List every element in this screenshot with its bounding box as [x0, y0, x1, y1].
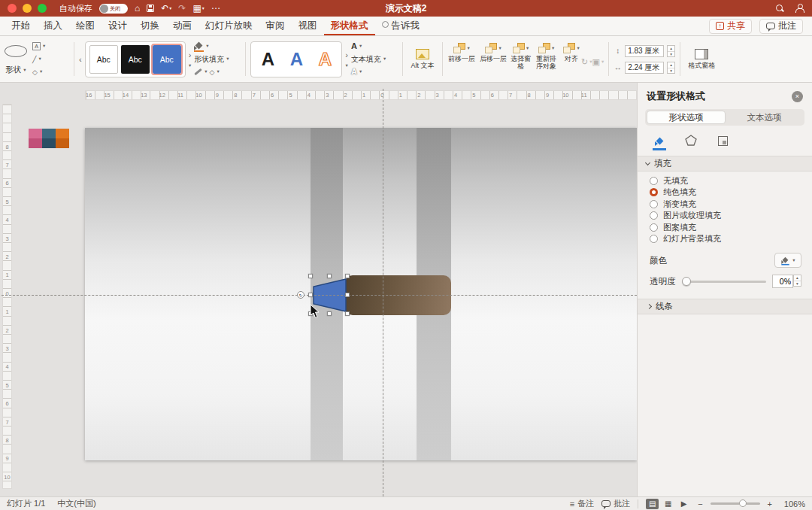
save-icon[interactable]	[147, 5, 154, 12]
vertical-guide-line[interactable]	[383, 89, 383, 496]
ribbon-tab[interactable]: 切换	[134, 17, 166, 35]
zoom-out-icon[interactable]: −	[698, 499, 702, 508]
slideshow-view-button[interactable]: ▶	[677, 499, 690, 509]
shape-fill-button[interactable]: 形状填充▾	[194, 54, 241, 65]
gallery-prev-icon[interactable]: ‹	[79, 55, 82, 64]
undo-caret-icon[interactable]: ▾	[169, 0, 171, 17]
notes-button[interactable]: ≡备注	[570, 498, 594, 509]
selection-handle-middle-left[interactable]	[308, 293, 313, 297]
shape-style-preset[interactable]: Abc	[121, 45, 150, 74]
alt-text-button[interactable]: Alt 文本	[408, 40, 438, 78]
fill-option[interactable]: 图案填充	[650, 223, 812, 232]
gallery-expand-icon[interactable]: ▾	[189, 63, 191, 68]
panel-tab[interactable]: 形状选项	[647, 111, 726, 124]
normal-view-button[interactable]: ▤	[646, 499, 659, 509]
ribbon-tab[interactable]: 幻灯片放映	[198, 17, 259, 35]
ribbon-tab[interactable]: 告诉我	[375, 17, 427, 35]
start-slideshow-button[interactable]: ▦▾	[192, 0, 204, 17]
color-picker-button[interactable]: ▾	[774, 253, 801, 268]
slider-knob[interactable]	[682, 277, 691, 286]
search-icon[interactable]	[775, 4, 784, 13]
shape-width-input[interactable]	[625, 62, 664, 74]
height-stepper[interactable]: ▴▾	[667, 45, 675, 57]
vertical-ruler[interactable]: 87654321012345678910	[2, 104, 12, 489]
fill-option[interactable]: 无填充	[650, 177, 812, 185]
ribbon-tab[interactable]: 视图	[292, 17, 324, 35]
color-swatch-object[interactable]	[29, 129, 69, 148]
zoom-slider[interactable]	[710, 502, 760, 505]
format-pane-button[interactable]: 格式窗格	[685, 40, 718, 78]
transparency-value-input[interactable]	[772, 275, 793, 288]
slide-canvas[interactable]: ↻	[85, 128, 637, 460]
arrange-button[interactable]: ▾ 前移一层	[447, 40, 476, 62]
wordart-preset[interactable]: A	[283, 44, 309, 74]
line-section-header[interactable]: 线条	[638, 299, 812, 314]
arrange-button[interactable]: ▾ 选择窗格	[511, 40, 531, 70]
selection-handle-top-left[interactable]	[308, 274, 313, 278]
rotate-button[interactable]: ↻▾	[581, 40, 592, 78]
shape-fill-color-button[interactable]: ▾	[194, 41, 241, 52]
selection-handle-bottom-middle[interactable]	[327, 311, 332, 316]
account-icon[interactable]	[795, 4, 804, 13]
fullscreen-window-button[interactable]	[38, 4, 47, 13]
insert-shape-button[interactable]: 形状▾	[5, 40, 27, 78]
wordart-preset[interactable]: A	[255, 44, 280, 74]
fill-option[interactable]: 渐变填充	[650, 200, 812, 208]
selection-handle-top-right[interactable]	[345, 274, 350, 278]
text-outline-button[interactable]: A▾	[351, 67, 398, 77]
fill-section-header[interactable]: 填充	[638, 156, 812, 172]
zoom-percentage[interactable]: 106%	[780, 499, 805, 508]
redo-button[interactable]: ↷	[178, 0, 186, 17]
zoom-knob[interactable]	[739, 499, 747, 507]
step-down-icon[interactable]: ▾	[794, 281, 801, 287]
selection-handle-bottom-right[interactable]	[345, 311, 350, 316]
width-stepper[interactable]: ▴▾	[667, 62, 675, 74]
zoom-in-icon[interactable]: +	[768, 499, 772, 508]
shape-style-preset[interactable]: Abc	[153, 45, 181, 74]
more-commands-icon[interactable]: ⋯	[211, 0, 220, 17]
fill-option[interactable]: 图片或纹理填充	[650, 211, 812, 220]
shape-effects-icon[interactable]: ◇	[210, 68, 215, 76]
fill-option[interactable]: 纯色填充	[650, 188, 812, 196]
ribbon-tab[interactable]: 形状格式	[324, 17, 375, 35]
gallery-next-icon[interactable]: ›	[189, 50, 192, 59]
effects-tab[interactable]	[684, 135, 698, 150]
language-indicator[interactable]: 中文(中国)	[57, 498, 95, 509]
rotation-handle[interactable]: ↻	[297, 291, 304, 299]
arrange-button[interactable]: ▾ 对齐	[562, 40, 581, 62]
text-fill-color-button[interactable]: A▾	[351, 41, 398, 52]
close-window-button[interactable]	[8, 4, 17, 13]
size-properties-tab[interactable]	[716, 136, 729, 150]
ribbon-tab[interactable]: 开始	[5, 17, 37, 35]
text-fill-button[interactable]: 文本填充▾	[351, 54, 398, 65]
fill-line-tab[interactable]	[653, 138, 666, 150]
panel-close-button[interactable]: ×	[792, 91, 803, 102]
ribbon-tab[interactable]: 绘图	[69, 17, 102, 35]
comments-button[interactable]: 批注	[759, 19, 803, 34]
shape-style-preset[interactable]: Abc	[89, 45, 118, 74]
home-icon[interactable]: ⌂	[135, 0, 140, 17]
share-button[interactable]: ↑ 共享	[709, 19, 752, 34]
autosave-toggle[interactable]: 关闭	[99, 4, 128, 14]
wordart-preset[interactable]: A	[312, 44, 338, 74]
group-objects-button[interactable]: ▣▾	[592, 40, 604, 78]
comments-toggle-button[interactable]: 批注	[601, 498, 630, 509]
shape-height-input[interactable]	[625, 45, 664, 57]
minimize-window-button[interactable]	[23, 4, 32, 13]
shape-outline-button[interactable]: ▾◇▾	[194, 67, 241, 77]
horizontal-guide-line[interactable]	[2, 295, 637, 296]
step-up-icon[interactable]: ▴	[668, 46, 674, 52]
step-down-icon[interactable]: ▾	[668, 52, 674, 57]
basic-shape-button[interactable]: ◇▾	[32, 67, 45, 77]
ribbon-tab[interactable]: 动画	[166, 17, 198, 35]
transparency-slider[interactable]	[682, 281, 767, 283]
fill-option[interactable]: 幻灯片背景填充	[650, 235, 812, 243]
wordart-next-icon[interactable]: ›	[345, 50, 348, 59]
wordart-expand-icon[interactable]: ▾	[346, 63, 348, 68]
draw-line-button[interactable]: ╱▾	[32, 54, 45, 65]
step-down-icon[interactable]: ▾	[668, 68, 674, 74]
ribbon-tab[interactable]: 审阅	[259, 17, 292, 35]
undo-button[interactable]: ↶▾	[161, 0, 171, 17]
panel-tab[interactable]: 文本选项	[726, 111, 803, 124]
arrange-button[interactable]: ▾ 后移一层	[479, 40, 508, 62]
